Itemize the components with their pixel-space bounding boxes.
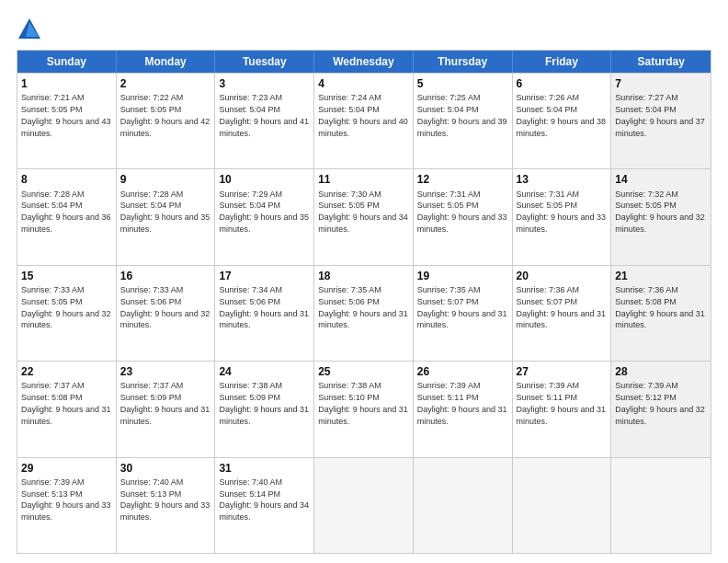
cell-info: Sunrise: 7:37 AMSunset: 5:09 PMDaylight:… bbox=[120, 381, 210, 425]
week-row-1: 1Sunrise: 7:21 AMSunset: 5:05 PMDaylight… bbox=[17, 73, 711, 168]
day-number: 24 bbox=[219, 364, 310, 379]
cell-info: Sunrise: 7:37 AMSunset: 5:08 PMDaylight:… bbox=[21, 381, 111, 425]
header-day-tuesday: Tuesday bbox=[215, 51, 314, 73]
day-number: 29 bbox=[21, 461, 112, 476]
cell-info: Sunrise: 7:39 AMSunset: 5:13 PMDaylight:… bbox=[21, 477, 111, 522]
header-day-monday: Monday bbox=[117, 51, 216, 73]
cal-cell: 6Sunrise: 7:26 AMSunset: 5:04 PMDaylight… bbox=[513, 74, 612, 168]
cal-cell: 14Sunrise: 7:32 AMSunset: 5:05 PMDayligh… bbox=[611, 169, 711, 264]
day-number: 2 bbox=[120, 76, 211, 91]
day-number: 28 bbox=[615, 364, 707, 379]
cell-info: Sunrise: 7:31 AMSunset: 5:05 PMDaylight:… bbox=[517, 190, 607, 234]
day-number: 22 bbox=[21, 364, 112, 379]
cal-cell: 4Sunrise: 7:24 AMSunset: 5:04 PMDaylight… bbox=[314, 74, 414, 168]
day-number: 26 bbox=[417, 364, 508, 379]
cal-cell bbox=[611, 458, 711, 553]
cal-cell: 22Sunrise: 7:37 AMSunset: 5:08 PMDayligh… bbox=[17, 362, 117, 456]
day-number: 30 bbox=[120, 461, 211, 476]
cell-info: Sunrise: 7:22 AMSunset: 5:05 PMDaylight:… bbox=[120, 93, 210, 137]
day-number: 31 bbox=[219, 461, 310, 476]
cal-cell: 25Sunrise: 7:38 AMSunset: 5:10 PMDayligh… bbox=[314, 362, 414, 456]
cell-info: Sunrise: 7:24 AMSunset: 5:04 PMDaylight:… bbox=[318, 93, 408, 137]
cal-cell: 3Sunrise: 7:23 AMSunset: 5:04 PMDaylight… bbox=[215, 74, 314, 168]
page: SundayMondayTuesdayWednesdayThursdayFrid… bbox=[0, 0, 728, 563]
day-number: 4 bbox=[318, 76, 409, 91]
day-number: 15 bbox=[21, 269, 112, 283]
day-number: 11 bbox=[318, 172, 409, 187]
cal-cell: 23Sunrise: 7:37 AMSunset: 5:09 PMDayligh… bbox=[117, 362, 216, 456]
cell-info: Sunrise: 7:40 AMSunset: 5:14 PMDaylight:… bbox=[219, 477, 309, 522]
cell-info: Sunrise: 7:32 AMSunset: 5:05 PMDaylight:… bbox=[615, 190, 705, 234]
cal-cell: 20Sunrise: 7:36 AMSunset: 5:07 PMDayligh… bbox=[513, 266, 612, 361]
cell-info: Sunrise: 7:21 AMSunset: 5:05 PMDaylight:… bbox=[21, 93, 111, 137]
calendar-header: SundayMondayTuesdayWednesdayThursdayFrid… bbox=[17, 51, 711, 73]
day-number: 9 bbox=[120, 172, 211, 187]
day-number: 23 bbox=[120, 364, 211, 379]
cell-info: Sunrise: 7:38 AMSunset: 5:09 PMDaylight:… bbox=[219, 381, 309, 425]
cell-info: Sunrise: 7:39 AMSunset: 5:12 PMDaylight:… bbox=[615, 381, 705, 425]
header-day-sunday: Sunday bbox=[17, 51, 117, 73]
cal-cell: 11Sunrise: 7:30 AMSunset: 5:05 PMDayligh… bbox=[314, 169, 414, 264]
cal-cell: 1Sunrise: 7:21 AMSunset: 5:05 PMDaylight… bbox=[17, 74, 117, 168]
cell-info: Sunrise: 7:39 AMSunset: 5:11 PMDaylight:… bbox=[517, 381, 607, 425]
cell-info: Sunrise: 7:36 AMSunset: 5:08 PMDaylight:… bbox=[615, 285, 705, 329]
cal-cell: 24Sunrise: 7:38 AMSunset: 5:09 PMDayligh… bbox=[215, 362, 314, 456]
day-number: 7 bbox=[615, 76, 707, 91]
day-number: 14 bbox=[615, 172, 707, 187]
cell-info: Sunrise: 7:34 AMSunset: 5:06 PMDaylight:… bbox=[219, 285, 309, 329]
cell-info: Sunrise: 7:25 AMSunset: 5:04 PMDaylight:… bbox=[417, 93, 507, 137]
cal-cell bbox=[513, 458, 612, 553]
cell-info: Sunrise: 7:31 AMSunset: 5:05 PMDaylight:… bbox=[417, 190, 507, 234]
day-number: 10 bbox=[219, 172, 310, 187]
header-day-friday: Friday bbox=[513, 51, 612, 73]
calendar: SundayMondayTuesdayWednesdayThursdayFrid… bbox=[17, 50, 711, 554]
day-number: 1 bbox=[21, 76, 112, 91]
cal-cell: 5Sunrise: 7:25 AMSunset: 5:04 PMDaylight… bbox=[414, 74, 513, 168]
cell-info: Sunrise: 7:35 AMSunset: 5:07 PMDaylight:… bbox=[417, 285, 507, 329]
cal-cell: 27Sunrise: 7:39 AMSunset: 5:11 PMDayligh… bbox=[513, 362, 612, 456]
day-number: 16 bbox=[120, 269, 211, 283]
cal-cell: 30Sunrise: 7:40 AMSunset: 5:13 PMDayligh… bbox=[117, 458, 216, 553]
cal-cell: 7Sunrise: 7:27 AMSunset: 5:04 PMDaylight… bbox=[611, 74, 711, 168]
calendar-body: 1Sunrise: 7:21 AMSunset: 5:05 PMDaylight… bbox=[17, 73, 711, 553]
header-day-wednesday: Wednesday bbox=[314, 51, 414, 73]
week-row-5: 29Sunrise: 7:39 AMSunset: 5:13 PMDayligh… bbox=[17, 457, 711, 553]
day-number: 5 bbox=[417, 76, 508, 91]
cal-cell: 19Sunrise: 7:35 AMSunset: 5:07 PMDayligh… bbox=[414, 266, 513, 361]
logo bbox=[17, 17, 46, 42]
cell-info: Sunrise: 7:36 AMSunset: 5:07 PMDaylight:… bbox=[517, 285, 607, 329]
cal-cell: 29Sunrise: 7:39 AMSunset: 5:13 PMDayligh… bbox=[17, 458, 117, 553]
cal-cell: 18Sunrise: 7:35 AMSunset: 5:06 PMDayligh… bbox=[314, 266, 414, 361]
day-number: 17 bbox=[219, 269, 310, 283]
cell-info: Sunrise: 7:27 AMSunset: 5:04 PMDaylight:… bbox=[615, 93, 705, 137]
day-number: 13 bbox=[517, 172, 608, 187]
week-row-2: 8Sunrise: 7:28 AMSunset: 5:04 PMDaylight… bbox=[17, 168, 711, 264]
cal-cell: 12Sunrise: 7:31 AMSunset: 5:05 PMDayligh… bbox=[414, 169, 513, 264]
week-row-4: 22Sunrise: 7:37 AMSunset: 5:08 PMDayligh… bbox=[17, 361, 711, 456]
cell-info: Sunrise: 7:28 AMSunset: 5:04 PMDaylight:… bbox=[21, 190, 111, 234]
cal-cell: 26Sunrise: 7:39 AMSunset: 5:11 PMDayligh… bbox=[414, 362, 513, 456]
cal-cell: 15Sunrise: 7:33 AMSunset: 5:05 PMDayligh… bbox=[17, 266, 117, 361]
day-number: 19 bbox=[417, 269, 508, 283]
cell-info: Sunrise: 7:40 AMSunset: 5:13 PMDaylight:… bbox=[120, 477, 210, 522]
cell-info: Sunrise: 7:23 AMSunset: 5:04 PMDaylight:… bbox=[219, 93, 309, 137]
day-number: 12 bbox=[417, 172, 508, 187]
header-day-thursday: Thursday bbox=[414, 51, 513, 73]
cal-cell bbox=[314, 458, 414, 553]
day-number: 21 bbox=[615, 269, 707, 283]
cal-cell: 17Sunrise: 7:34 AMSunset: 5:06 PMDayligh… bbox=[215, 266, 314, 361]
cell-info: Sunrise: 7:29 AMSunset: 5:04 PMDaylight:… bbox=[219, 190, 309, 234]
header bbox=[17, 17, 711, 42]
cell-info: Sunrise: 7:30 AMSunset: 5:05 PMDaylight:… bbox=[318, 190, 408, 234]
cal-cell: 2Sunrise: 7:22 AMSunset: 5:05 PMDaylight… bbox=[117, 74, 216, 168]
cal-cell: 31Sunrise: 7:40 AMSunset: 5:14 PMDayligh… bbox=[215, 458, 314, 553]
cell-info: Sunrise: 7:28 AMSunset: 5:04 PMDaylight:… bbox=[120, 190, 210, 234]
week-row-3: 15Sunrise: 7:33 AMSunset: 5:05 PMDayligh… bbox=[17, 265, 711, 361]
cell-info: Sunrise: 7:38 AMSunset: 5:10 PMDaylight:… bbox=[318, 381, 408, 425]
cal-cell: 10Sunrise: 7:29 AMSunset: 5:04 PMDayligh… bbox=[215, 169, 314, 264]
day-number: 8 bbox=[21, 172, 112, 187]
header-day-saturday: Saturday bbox=[611, 51, 711, 73]
cal-cell: 13Sunrise: 7:31 AMSunset: 5:05 PMDayligh… bbox=[513, 169, 612, 264]
cell-info: Sunrise: 7:35 AMSunset: 5:06 PMDaylight:… bbox=[318, 285, 408, 329]
day-number: 3 bbox=[219, 76, 310, 91]
